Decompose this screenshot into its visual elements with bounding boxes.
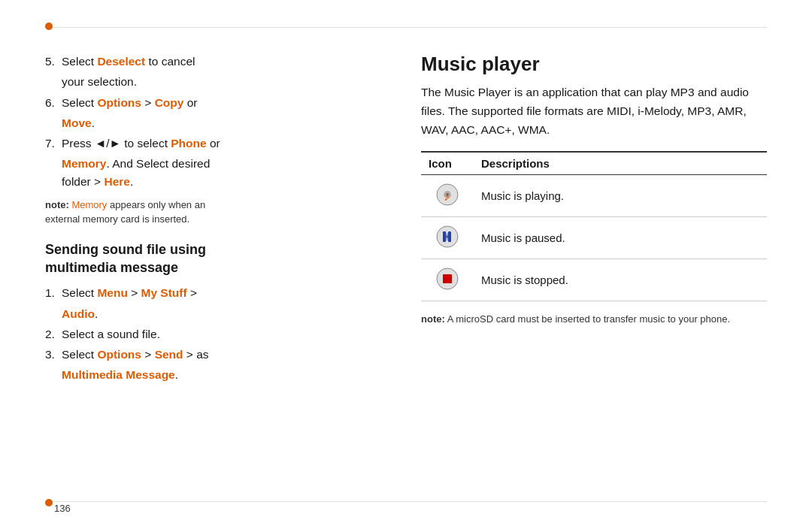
music-player-note: note: A microSD card must be inserted to… xyxy=(421,312,767,327)
svg-rect-7 xyxy=(443,231,446,242)
bottom-dot xyxy=(45,499,53,506)
deselect-word: Deselect xyxy=(97,55,145,68)
music-player-title: Music player xyxy=(421,53,767,76)
list-item-6: 6. Select Options > Copy or xyxy=(45,94,391,111)
mystuff-word: My Stuff xyxy=(141,286,187,299)
item-num-6: 6. xyxy=(45,94,62,111)
item-7-indent: Memory. And Select desired folder > Here… xyxy=(45,155,391,190)
options-word-2: Options xyxy=(97,348,141,361)
left-column: 5. Select Deselect to cancel your select… xyxy=(45,38,391,488)
svg-rect-12 xyxy=(443,274,452,283)
section-heading-sound: Sending sound file usingmultimedia messa… xyxy=(45,240,391,277)
s2-text-1: Select Menu > My Stuff > xyxy=(62,284,391,301)
item-text-5: Select Deselect to cancel xyxy=(62,53,391,70)
item-5-indent: your selection. xyxy=(45,73,391,90)
menu-word: Menu xyxy=(97,286,127,299)
s2-item-1-indent: Audio. xyxy=(45,305,391,322)
list-item-5: 5. Select Deselect to cancel xyxy=(45,53,391,70)
item-text-7: Press ◄/► to select Phone or xyxy=(62,135,391,152)
item-num-7: 7. xyxy=(45,135,62,152)
note-label-1: note: xyxy=(45,199,69,210)
table-cell-desc-playing: Music is playing. xyxy=(474,175,767,217)
music-playing-icon: ♪ xyxy=(434,181,461,208)
table-header-desc: Descriptions xyxy=(474,152,767,175)
table-row-paused: Music is paused. xyxy=(421,217,767,259)
table-row-playing: ♪ Music is playing. xyxy=(421,175,767,217)
copy-word: Copy xyxy=(155,96,184,109)
s2-text-2: Select a sound file. xyxy=(62,325,391,343)
s2-item-3-indent: Multimedia Message. xyxy=(45,366,391,383)
content-area: 5. Select Deselect to cancel your select… xyxy=(45,38,767,488)
options-word-1: Options xyxy=(97,96,141,109)
top-line xyxy=(45,27,767,28)
item-text-6: Select Options > Copy or xyxy=(62,94,391,111)
right-column: Music player The Music Player is an appl… xyxy=(421,38,767,488)
audio-word: Audio xyxy=(62,307,95,320)
table-cell-icon-paused xyxy=(421,217,474,259)
music-paused-icon xyxy=(434,223,461,250)
table-cell-desc-paused: Music is paused. xyxy=(474,217,767,259)
list-item-7: 7. Press ◄/► to select Phone or xyxy=(45,135,391,152)
page-number: 136 xyxy=(54,503,71,514)
music-player-desc: The Music Player is an application that … xyxy=(421,83,767,139)
table-row-stopped: Music is stopped. xyxy=(421,259,767,301)
table-cell-icon-playing: ♪ xyxy=(421,175,474,217)
table-cell-desc-stopped: Music is stopped. xyxy=(474,259,767,301)
bottom-line xyxy=(45,501,767,502)
table-cell-icon-stopped xyxy=(421,259,474,301)
table-header-icon: Icon xyxy=(421,152,474,175)
memory-word-1: Memory xyxy=(62,157,106,170)
memory-word-note: Memory xyxy=(71,199,107,210)
send-word: Send xyxy=(155,348,183,361)
section2-item-3: 3. Select Options > Send > as xyxy=(45,346,391,363)
section2-item-1: 1. Select Menu > My Stuff > xyxy=(45,284,391,301)
item-6-indent: Move. xyxy=(45,114,391,131)
music-stopped-icon xyxy=(434,265,461,292)
svg-text:♪: ♪ xyxy=(444,190,450,203)
s2-num-2: 2. xyxy=(45,325,62,343)
s2-num-3: 3. xyxy=(45,346,62,363)
note-text-1: note: Memory appears only when an extern… xyxy=(45,198,391,227)
move-word: Move xyxy=(62,116,92,129)
multimedia-word: Multimedia Message xyxy=(62,368,175,381)
s2-text-3: Select Options > Send > as xyxy=(62,346,391,363)
s2-num-1: 1. xyxy=(45,284,62,301)
here-word: Here xyxy=(104,175,129,188)
phone-word: Phone xyxy=(171,137,206,150)
section2-item-2: 2. Select a sound file. xyxy=(45,325,391,343)
top-dot xyxy=(45,23,53,30)
item-num-5: 5. xyxy=(45,53,62,70)
note-label-2: note: xyxy=(421,313,445,325)
icon-table: Icon Descriptions ♪ xyxy=(421,151,767,301)
svg-rect-8 xyxy=(448,231,451,242)
